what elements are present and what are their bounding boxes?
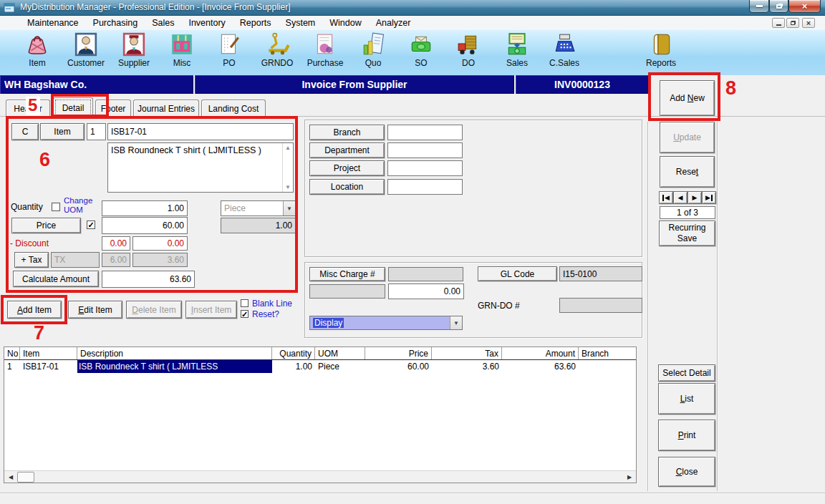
- quantity-field[interactable]: 1.00: [102, 200, 188, 216]
- add-new-button[interactable]: Add New: [660, 80, 715, 116]
- toolbar-customer-button[interactable]: Customer: [62, 32, 110, 73]
- table-horizontal-scrollbar[interactable]: ◀ ▶: [4, 470, 636, 483]
- toolbar-purchase-button[interactable]: Purchase: [301, 32, 349, 73]
- mdi-restore-button[interactable]: [786, 18, 799, 28]
- record-first-button[interactable]: ◀: [659, 191, 673, 204]
- menu-sales[interactable]: Sales: [145, 18, 181, 28]
- misc-charge-amount-field[interactable]: 0.00: [388, 284, 464, 299]
- discount-amount-field[interactable]: 0.00: [132, 236, 188, 251]
- line-number-field[interactable]: 1: [87, 123, 106, 140]
- gl-code-button[interactable]: GL Code: [478, 266, 557, 281]
- tab-landing-cost[interactable]: Landing Cost: [201, 100, 266, 117]
- price-button[interactable]: Price: [11, 218, 81, 233]
- reset-checkbox[interactable]: [241, 310, 249, 318]
- menu-analyzer[interactable]: Analyzer: [369, 18, 418, 28]
- col-tax[interactable]: Tax: [432, 347, 502, 359]
- scroll-right-button[interactable]: ▶: [624, 472, 635, 483]
- add-item-button[interactable]: Add Item: [7, 301, 62, 319]
- branch-button[interactable]: Branch: [309, 125, 385, 140]
- price-field[interactable]: 60.00: [102, 217, 188, 234]
- scroll-right-icon: ▶: [627, 474, 632, 480]
- department-button[interactable]: Department: [309, 142, 385, 158]
- calculate-amount-button[interactable]: Calculate Amount: [13, 271, 99, 287]
- col-amount[interactable]: Amount: [502, 347, 579, 359]
- toolbar-grndo-button[interactable]: GRNDO: [253, 32, 301, 73]
- toolbar-item-button[interactable]: Item: [13, 32, 62, 73]
- toolbar-so-button[interactable]: SO: [397, 32, 445, 73]
- menu-system[interactable]: System: [279, 18, 323, 28]
- tab-footer[interactable]: Footer: [95, 100, 131, 117]
- mdi-minimize-button[interactable]: [772, 18, 785, 28]
- minimize-button[interactable]: [749, 0, 769, 13]
- scroll-left-button[interactable]: ◀: [5, 472, 16, 483]
- record-previous-button[interactable]: ◀: [673, 191, 688, 204]
- price-checkbox[interactable]: [87, 220, 95, 229]
- item-code-field[interactable]: ISB17-01: [107, 123, 294, 140]
- menu-window[interactable]: Window: [322, 18, 368, 28]
- blank-line-checkbox[interactable]: [241, 299, 249, 307]
- menu-purchasing[interactable]: Purchasing: [86, 18, 145, 28]
- close-button[interactable]: ×: [788, 0, 821, 13]
- misc-charge-button[interactable]: Misc Charge #: [309, 267, 385, 281]
- toolbar-po-button[interactable]: PO: [205, 32, 254, 73]
- branch-field[interactable]: [387, 125, 463, 140]
- col-branch[interactable]: Branch: [579, 347, 636, 359]
- toolbar-quotation-button[interactable]: Quo: [349, 32, 397, 73]
- toolbar-supplier-button[interactable]: Supplier: [110, 32, 158, 73]
- toolbar-csales-button[interactable]: C.Sales: [540, 32, 589, 73]
- col-item[interactable]: Item: [20, 347, 77, 359]
- toolbar-reports-button[interactable]: Reports: [637, 32, 685, 73]
- tax-button[interactable]: + Tax: [14, 252, 49, 268]
- select-detail-button[interactable]: Select Detail: [658, 364, 715, 382]
- company-name-banner: WH Bagshaw Co.: [0, 75, 193, 94]
- col-description[interactable]: Description: [77, 347, 272, 359]
- col-uom[interactable]: UOM: [315, 347, 365, 359]
- project-button[interactable]: Project: [309, 160, 385, 176]
- recurring-save-button[interactable]: Recurring Save: [659, 220, 715, 246]
- reset-button[interactable]: Reset: [660, 156, 715, 188]
- update-button[interactable]: Update: [660, 122, 715, 153]
- uom-dropdown-button[interactable]: ▼: [283, 201, 295, 215]
- toolbar-misc-button[interactable]: Misc: [158, 32, 206, 73]
- uom-dropdown[interactable]: Piece ▼: [221, 200, 296, 216]
- menu-maintenance[interactable]: Maintenance: [20, 18, 86, 28]
- item-description-box[interactable]: ISB Roundneck T shirt ( LJMITLESS ) ▲ ▼: [107, 142, 294, 193]
- col-quantity[interactable]: Quantity: [272, 347, 315, 359]
- item-lookup-button[interactable]: Item: [40, 123, 85, 140]
- mdi-close-button[interactable]: ×: [802, 18, 815, 28]
- print-button[interactable]: Print: [658, 420, 715, 451]
- delete-item-button[interactable]: Delete Item: [126, 301, 182, 319]
- description-scrollbar[interactable]: ▲ ▼: [282, 143, 293, 192]
- menu-inventory[interactable]: Inventory: [181, 18, 232, 28]
- scrollbar-thumb[interactable]: [17, 472, 34, 483]
- display-dropdown-button[interactable]: ▼: [450, 316, 462, 329]
- col-price[interactable]: Price: [365, 347, 432, 359]
- project-field[interactable]: [387, 160, 463, 176]
- menu-reports[interactable]: Reports: [233, 18, 279, 28]
- c-button[interactable]: C: [11, 123, 39, 140]
- uom-rate-field: 1.00: [221, 218, 296, 233]
- edit-item-button[interactable]: Edit Item: [68, 301, 122, 319]
- annotation-5: 5: [28, 95, 37, 115]
- col-no[interactable]: No: [4, 347, 20, 359]
- display-dropdown[interactable]: Display ▼: [309, 316, 463, 330]
- invoice-number-banner: INV0000123: [516, 75, 649, 94]
- toolbar-do-button[interactable]: DO: [444, 32, 493, 73]
- restore-button[interactable]: [769, 0, 788, 13]
- tab-detail[interactable]: Detail: [53, 97, 93, 117]
- insert-item-button[interactable]: Insert Item: [185, 301, 237, 319]
- record-next-button[interactable]: ▶: [688, 191, 702, 204]
- discount-percent-field[interactable]: 0.00: [102, 236, 130, 251]
- list-button[interactable]: List: [658, 383, 715, 415]
- change-uom-checkbox[interactable]: [52, 203, 60, 211]
- record-last-button[interactable]: ▶: [702, 191, 716, 204]
- tab-journal-entries[interactable]: Journal Entries: [133, 100, 199, 117]
- close-form-button[interactable]: Close: [658, 457, 715, 487]
- location-field[interactable]: [387, 179, 463, 195]
- location-button[interactable]: Location: [309, 179, 385, 195]
- table-row[interactable]: 1 ISB17-01 ISB Roundneck T shirt ( LJMIT…: [4, 360, 636, 373]
- department-field[interactable]: [387, 142, 463, 158]
- line-amount-field[interactable]: 63.60: [102, 271, 195, 288]
- toolbar-sales-button[interactable]: Sales: [493, 32, 541, 73]
- annotation-6: 6: [39, 149, 50, 171]
